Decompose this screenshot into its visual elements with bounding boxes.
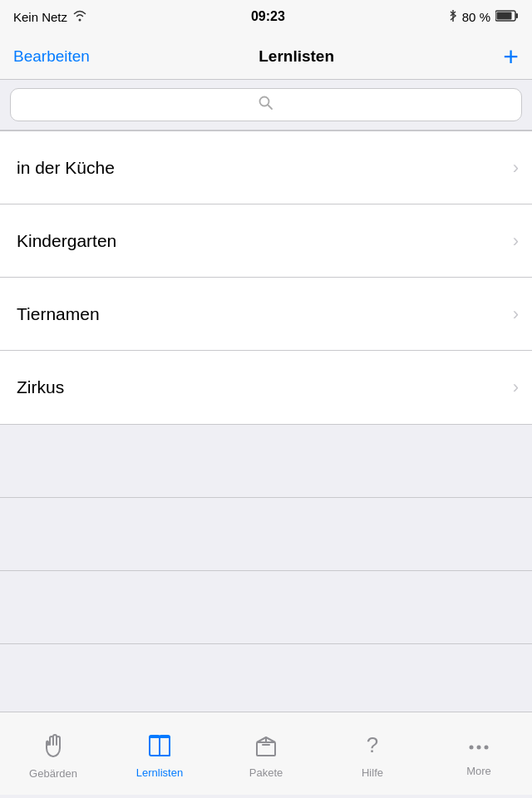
main-content: in der Küche › Kindergarten › Tiernamen … [0, 80, 532, 795]
list-item-label: Zirkus [17, 377, 64, 397]
list-item[interactable]: in der Küche › [0, 131, 532, 204]
search-icon [259, 96, 273, 115]
more-icon [467, 736, 490, 761]
search-container [0, 80, 532, 131]
search-bar[interactable] [10, 88, 522, 121]
battery-label: 80 % [462, 10, 490, 24]
list-item[interactable]: Zirkus › [0, 351, 532, 424]
empty-row [0, 425, 532, 498]
svg-text:?: ? [367, 734, 378, 757]
chevron-icon: › [513, 230, 519, 252]
hand-icon [42, 733, 65, 764]
svg-point-12 [485, 745, 489, 749]
help-icon: ? [361, 734, 384, 763]
tab-bar: Gebärden Lernlisten [0, 712, 532, 795]
list-item[interactable]: Kindergarten › [0, 204, 532, 278]
empty-row [0, 498, 532, 571]
tab-more-label: More [466, 765, 491, 777]
book-icon [146, 734, 173, 763]
tab-gebaerden[interactable]: Gebärden [0, 728, 106, 780]
list: in der Küche › Kindergarten › Tiernamen … [0, 131, 532, 425]
nav-bar: Bearbeiten Lernlisten + [0, 33, 532, 80]
svg-point-11 [477, 745, 481, 749]
list-item-label: in der Küche [17, 158, 115, 178]
svg-point-10 [470, 745, 474, 749]
carrier-label: Kein Netz [13, 10, 67, 24]
tab-gebaerden-label: Gebärden [29, 767, 77, 780]
tab-pakete[interactable]: Pakete [213, 729, 319, 779]
battery-icon [495, 10, 519, 24]
tab-more[interactable]: More [426, 731, 532, 777]
chevron-icon: › [513, 157, 519, 179]
svg-line-5 [268, 105, 272, 109]
status-right: 80 % [449, 9, 519, 25]
chevron-icon: › [513, 303, 519, 325]
svg-rect-3 [496, 12, 511, 19]
list-item-label: Kindergarten [17, 231, 116, 251]
nav-title: Lernlisten [259, 47, 334, 66]
list-item[interactable]: Tiernamen › [0, 278, 532, 351]
tab-hilfe[interactable]: ? Hilfe [319, 729, 426, 779]
empty-row [0, 644, 532, 717]
status-time: 09:23 [251, 9, 285, 24]
list-item-label: Tiernamen [17, 304, 100, 324]
edit-button[interactable]: Bearbeiten [13, 47, 90, 66]
tab-lernlisten[interactable]: Lernlisten [106, 729, 213, 779]
bluetooth-icon [449, 9, 457, 25]
wifi-icon [72, 10, 87, 24]
status-bar: Kein Netz 09:23 80 % [0, 0, 532, 33]
package-icon [254, 734, 278, 763]
tab-lernlisten-label: Lernlisten [136, 766, 183, 779]
tab-hilfe-label: Hilfe [362, 766, 383, 779]
tab-pakete-label: Pakete [249, 766, 283, 779]
status-left: Kein Netz [13, 10, 87, 24]
add-button[interactable]: + [503, 43, 519, 70]
empty-area [0, 425, 532, 717]
chevron-icon: › [513, 377, 519, 398]
svg-rect-2 [515, 13, 518, 18]
empty-row [0, 571, 532, 644]
